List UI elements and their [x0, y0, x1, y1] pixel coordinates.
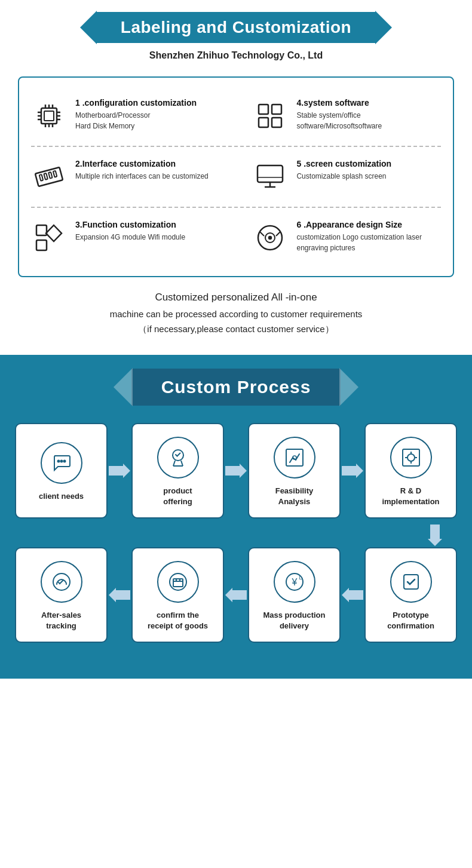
rd-label: R & Dimplementation	[382, 486, 439, 507]
process-row-2: After-salestracking c	[12, 547, 460, 643]
function-desc: Expansion 4G module Wifi module	[75, 232, 185, 243]
custom-text-interface: 2.Interface customization Multiple rich …	[75, 159, 209, 182]
svg-rect-22	[53, 171, 57, 177]
svg-marker-29	[46, 225, 62, 241]
svg-rect-16	[259, 118, 268, 127]
header-title-box: Labeling and Customization	[97, 12, 375, 43]
hdd-icon	[252, 220, 288, 256]
process-card-rd: R & Dimplementation	[364, 423, 457, 519]
feasibility-label: FeasibilityAnalysis	[275, 486, 314, 507]
svg-point-48	[407, 454, 415, 461]
check-icon	[390, 561, 432, 603]
svg-text:L: L	[299, 575, 302, 581]
custom-text-screen: 5 .screen customization Customizable spl…	[296, 159, 391, 182]
system-desc: Stable system/office software/Microsofts…	[296, 110, 441, 131]
svg-marker-61	[225, 588, 247, 602]
arrow-left-3	[341, 586, 364, 604]
process-title-box: Custom Process	[131, 369, 341, 406]
svg-rect-14	[259, 105, 268, 114]
svg-rect-21	[48, 172, 52, 179]
process-header: Custom Process	[0, 355, 472, 417]
svg-rect-44	[286, 449, 303, 466]
process-section: Custom Process client needs	[0, 355, 472, 679]
config-title: 1 .configuration customization	[75, 98, 197, 108]
svg-rect-27	[36, 225, 47, 235]
product-label: productoffering	[163, 486, 192, 507]
modules-icon	[31, 220, 67, 256]
interface-title: 2.Interface customization	[75, 159, 209, 168]
custom-row-3: 3.Function customization Expansion 4G mo…	[31, 207, 441, 262]
chart-icon	[274, 437, 315, 479]
svg-marker-38	[109, 464, 130, 478]
arrow-down	[12, 525, 460, 546]
arrow-right-1	[108, 462, 131, 480]
award-icon	[157, 437, 199, 479]
bottom-line3: （if necessary,please contact customer se…	[18, 321, 454, 337]
custom-item-config: 1 .configuration customization Motherboa…	[31, 98, 220, 134]
svg-marker-55	[109, 588, 130, 602]
yen-icon: ¥ L	[274, 561, 315, 603]
monitor-icon	[252, 159, 288, 195]
custom-row-2: 2.Interface customization Multiple rich …	[31, 146, 441, 201]
svg-line-32	[260, 232, 264, 236]
process-card-receipt: confirm thereceipt of goods	[131, 547, 224, 643]
process-card-prototype: Prototypeconfirmation	[364, 547, 457, 643]
chat-icon	[41, 442, 82, 484]
svg-line-40	[173, 461, 175, 466]
custom-item-function: 3.Function customization Expansion 4G mo…	[31, 220, 220, 256]
process-card-aftersales: After-salestracking	[15, 547, 108, 643]
cpu-icon	[31, 98, 67, 134]
process-card-client: client needs	[15, 423, 108, 519]
box-icon	[157, 561, 199, 603]
svg-marker-65	[342, 588, 363, 602]
bottom-line1: Customized personalized All -in-one	[18, 289, 454, 306]
proc-diamond-left-icon	[114, 368, 133, 406]
prototype-label: Prototypeconfirmation	[387, 610, 434, 631]
page-title: Labeling and Customization	[121, 18, 351, 37]
screen-desc: Customizable splash screen	[296, 171, 391, 182]
client-label: client needs	[39, 491, 84, 502]
arrow-right-3	[341, 462, 364, 480]
process-card-product: productoffering	[131, 423, 224, 519]
arrow-left-1	[108, 586, 131, 604]
svg-rect-57	[173, 579, 183, 587]
svg-line-41	[181, 461, 183, 466]
system-title: 4.system software	[296, 98, 441, 108]
bottom-text: Customized personalized All -in-one mach…	[18, 289, 454, 337]
svg-marker-43	[225, 464, 247, 478]
header-diamonds: Labeling and Customization	[0, 11, 472, 44]
svg-rect-19	[39, 174, 43, 181]
svg-rect-20	[44, 173, 47, 180]
custom-text-function: 3.Function customization Expansion 4G mo…	[75, 220, 185, 243]
custom-text-system: 4.system software Stable system/office s…	[296, 98, 441, 131]
apps-icon	[252, 98, 288, 134]
arrow-right-2	[224, 462, 248, 480]
svg-point-35	[57, 460, 59, 462]
diamond-left-icon	[80, 11, 97, 44]
svg-rect-17	[272, 118, 281, 127]
process-grid: client needs producto	[0, 417, 472, 661]
header-section: Labeling and Customization Shenzhen Zhih…	[0, 0, 472, 76]
process-card-feasibility: FeasibilityAnalysis	[248, 423, 341, 519]
mass-label: Mass productiondelivery	[263, 610, 325, 631]
function-title: 3.Function customization	[75, 220, 185, 229]
custom-row-1: 1 .configuration customization Motherboa…	[31, 92, 441, 140]
process-card-mass: ¥ L Mass productiondelivery	[248, 547, 341, 643]
svg-rect-0	[41, 108, 57, 124]
appearance-title: 6 .Appearance design Size	[296, 220, 441, 229]
custom-item-interface: 2.Interface customization Multiple rich …	[31, 159, 220, 195]
settings-icon	[390, 437, 432, 479]
interface-desc: Multiple rich interfaces can be customiz…	[75, 171, 209, 182]
proc-diamond-right-icon	[339, 368, 358, 406]
handshake-icon	[41, 561, 82, 603]
diamond-right-icon	[375, 11, 392, 44]
svg-rect-1	[44, 111, 54, 121]
custom-text-config: 1 .configuration customization Motherboa…	[75, 98, 197, 131]
svg-rect-28	[36, 240, 47, 250]
config-desc: Motherboard/ProcessorHard Disk Memory	[75, 110, 197, 131]
arrow-left-2	[224, 586, 248, 604]
receipt-label: confirm thereceipt of goods	[148, 610, 208, 631]
svg-point-37	[63, 460, 65, 462]
svg-marker-53	[428, 525, 442, 546]
custom-item-appearance: 6 .Appearance design Size customization …	[252, 220, 441, 256]
